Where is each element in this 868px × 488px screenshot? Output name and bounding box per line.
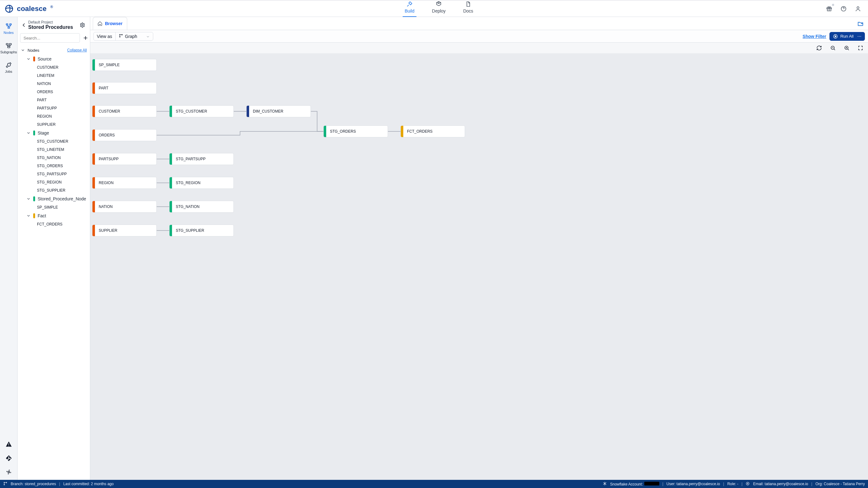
tree-nodes-header[interactable]: Nodes Collapse All: [20, 46, 88, 55]
graph-canvas[interactable]: SP_SIMPLEPARTCUSTOMERORDERSPARTSUPPREGIO…: [90, 53, 868, 480]
svg-rect-8: [6, 44, 8, 45]
leaf-sp-0[interactable]: SP_SIMPLE: [20, 203, 88, 211]
circle-x-icon: [745, 481, 750, 487]
node-label: CUSTOMER: [95, 109, 124, 114]
collapse-all-link[interactable]: Collapse All: [67, 48, 87, 52]
node-color-bar: [92, 106, 95, 117]
graph-node-nation[interactable]: NATION: [92, 201, 157, 213]
graph-node-orders[interactable]: ORDERS: [92, 129, 157, 141]
search-input[interactable]: [20, 33, 80, 42]
node-tree[interactable]: Nodes Collapse All Source CUSTOMER LINEI…: [18, 45, 90, 480]
graph-node-stg_customer[interactable]: STG_CUSTOMER: [169, 105, 234, 117]
run-all-button[interactable]: Run All ⋯: [830, 32, 865, 41]
chevron-down-icon: [26, 213, 31, 218]
zoom-out-icon[interactable]: [829, 44, 837, 52]
leaf-source-0[interactable]: CUSTOMER: [20, 63, 88, 71]
rail-subgraphs[interactable]: Subgraphs: [1, 39, 16, 56]
show-filter-link[interactable]: Show Filter: [803, 34, 826, 39]
brand-registered-icon: ®: [51, 5, 53, 9]
graph-node-region[interactable]: REGION: [92, 177, 157, 189]
node-color-bar: [169, 106, 172, 117]
leaf-source-1[interactable]: LINEITEM: [20, 71, 88, 80]
leaf-fact-0[interactable]: FCT_ORDERS: [20, 220, 88, 228]
leaf-source-5[interactable]: PARTSUPP: [20, 104, 88, 112]
color-chip-orange: [33, 56, 35, 61]
leaf-stage-5[interactable]: STG_REGION: [20, 178, 88, 186]
leaf-source-3[interactable]: ORDERS: [20, 88, 88, 96]
group-stage-label: Stage: [38, 131, 49, 136]
node-label: STG_NATION: [172, 204, 204, 209]
graph-node-partsupp[interactable]: PARTSUPP: [92, 153, 157, 165]
leaf-stage-4[interactable]: STG_PARTSUPP: [20, 170, 88, 178]
node-label: STG_SUPPLIER: [172, 228, 208, 233]
brand[interactable]: coalesce ®: [0, 4, 53, 13]
add-icon[interactable]: [83, 34, 89, 41]
group-source[interactable]: Source: [20, 55, 88, 63]
user-icon[interactable]: [854, 4, 862, 13]
svg-point-11: [8, 471, 10, 473]
graph-node-sp_simple[interactable]: SP_SIMPLE: [92, 59, 157, 71]
graph-node-part[interactable]: PART: [92, 82, 157, 94]
graph-node-stg_nation[interactable]: STG_NATION: [169, 201, 234, 213]
refresh-icon[interactable]: [815, 44, 824, 52]
svg-rect-10: [7, 47, 10, 48]
zoom-in-icon[interactable]: [842, 44, 851, 52]
tools-icon: [406, 1, 413, 7]
view-as-segment: View as Graph: [93, 32, 153, 41]
nav-deploy-label: Deploy: [432, 8, 446, 13]
leaf-source-2[interactable]: NATION: [20, 80, 88, 88]
rail-jobs[interactable]: Jobs: [1, 59, 16, 76]
node-label: SP_SIMPLE: [95, 63, 123, 67]
graph-node-supplier[interactable]: SUPPLIER: [92, 225, 157, 236]
leaf-stage-3[interactable]: STG_ORDERS: [20, 162, 88, 170]
node-label: NATION: [95, 204, 116, 209]
git-icon[interactable]: [5, 455, 12, 462]
graph-node-stg_partsupp[interactable]: STG_PARTSUPP: [169, 153, 234, 165]
left-rail: Nodes Subgraphs Jobs: [0, 17, 18, 480]
leaf-source-7[interactable]: SUPPLIER: [20, 120, 88, 128]
group-sp[interactable]: Stored_Procedure_Node: [20, 195, 88, 203]
subgraphs-icon: [5, 42, 12, 49]
gear-icon[interactable]: [78, 21, 87, 29]
nav-build-label: Build: [405, 8, 414, 13]
nav-build[interactable]: Build: [403, 0, 416, 17]
group-fact[interactable]: Fact: [20, 211, 88, 220]
view-as-mode[interactable]: Graph: [116, 32, 153, 40]
leaf-source-6[interactable]: REGION: [20, 112, 88, 120]
fullscreen-icon[interactable]: [856, 44, 865, 52]
graph-node-stg_supplier[interactable]: STG_SUPPLIER: [169, 225, 234, 236]
graph-node-stg_region[interactable]: STG_REGION: [169, 177, 234, 189]
nav-deploy[interactable]: Deploy: [430, 0, 448, 17]
play-circle-icon: [833, 34, 838, 39]
graph-node-customer[interactable]: CUSTOMER: [92, 105, 157, 117]
leaf-stage-2[interactable]: STG_NATION: [20, 154, 88, 162]
svg-point-13: [119, 34, 120, 35]
svg-point-14: [119, 36, 120, 37]
nodes-icon: [5, 23, 12, 29]
group-stage[interactable]: Stage: [20, 128, 88, 137]
leaf-source-4[interactable]: PART: [20, 96, 88, 104]
leaf-stage-6[interactable]: STG_SUPPLIER: [20, 186, 88, 195]
node-color-bar: [169, 225, 172, 236]
graph-node-fct_orders[interactable]: FCT_ORDERS: [400, 125, 465, 137]
leaf-stage-1[interactable]: STG_LINEITEM: [20, 145, 88, 154]
graph-node-stg_orders[interactable]: STG_ORDERS: [323, 125, 388, 137]
folder-external-icon[interactable]: [856, 19, 865, 28]
rail-nodes[interactable]: Nodes: [1, 20, 16, 37]
nav-docs[interactable]: Docs: [461, 0, 475, 17]
status-bar: Branch: stored_procedures | Last committ…: [0, 480, 868, 488]
back-icon[interactable]: [20, 21, 28, 29]
node-label: STG_CUSTOMER: [172, 109, 211, 114]
gift-icon[interactable]: [825, 4, 834, 13]
graph-node-dim_customer[interactable]: DIM_CUSTOMER: [246, 105, 311, 117]
settings-sync-icon[interactable]: [5, 468, 12, 476]
svg-rect-9: [9, 44, 11, 45]
leaf-stage-0[interactable]: STG_CUSTOMER: [20, 137, 88, 145]
node-label: REGION: [95, 181, 117, 185]
rail-nodes-label: Nodes: [4, 31, 14, 34]
warning-icon[interactable]: [5, 441, 12, 448]
canvas-tools: [90, 42, 868, 53]
help-icon[interactable]: [839, 4, 848, 13]
tab-browser[interactable]: Browser: [93, 17, 127, 30]
branch-icon: [119, 34, 123, 39]
